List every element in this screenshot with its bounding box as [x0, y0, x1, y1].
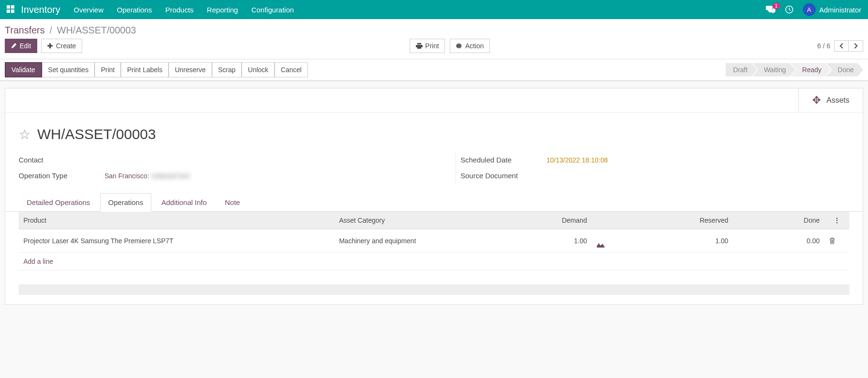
tabs: Detailed Operations Operations Additiona…: [5, 193, 863, 212]
tab-detailed-operations[interactable]: Detailed Operations: [19, 193, 98, 212]
nav-products[interactable]: Products: [165, 6, 193, 14]
cell-asset-category: Machinery and equipment: [334, 229, 508, 253]
scheduled-date-value: 10/13/2022 18:10:08: [547, 156, 608, 164]
add-line[interactable]: Add a line: [19, 253, 849, 270]
breadcrumb: Transfers / WH/ASSET/00003: [0, 19, 868, 37]
assets-smart-button[interactable]: ✥ Assets: [798, 88, 863, 112]
apps-icon[interactable]: [7, 5, 15, 14]
action-button-label: Action: [465, 42, 484, 50]
print-lines-button[interactable]: Print: [95, 62, 121, 77]
unreserve-button[interactable]: Unreserve: [169, 62, 212, 77]
messages-icon[interactable]: 1: [766, 6, 775, 13]
edit-button-label: Edit: [20, 42, 31, 50]
cell-reserved: 1.00: [634, 229, 733, 253]
step-done[interactable]: Done: [826, 63, 863, 76]
print-button-label: Print: [425, 42, 439, 50]
user-name[interactable]: Administrator: [819, 6, 861, 14]
tab-note[interactable]: Note: [217, 193, 248, 212]
messages-badge: 1: [773, 3, 780, 9]
print-icon: [416, 43, 423, 49]
cancel-button[interactable]: Cancel: [275, 62, 308, 77]
activity-icon[interactable]: [785, 5, 794, 14]
operations-table: Product Asset Category Demand Reserved D…: [19, 212, 849, 295]
smart-buttons: ✥ Assets: [5, 88, 863, 113]
forecast-icon[interactable]: [597, 242, 629, 248]
source-document-label: Source Document: [461, 172, 547, 180]
validate-button[interactable]: Validate: [5, 62, 42, 77]
user-avatar[interactable]: A: [803, 3, 815, 16]
nav-overview[interactable]: Overview: [74, 6, 104, 14]
print-button[interactable]: Print: [410, 39, 445, 53]
operation-type-label: Operation Type: [19, 172, 105, 180]
scheduled-date-label: Scheduled Date: [461, 156, 547, 164]
create-button[interactable]: ✚ Create: [41, 39, 82, 53]
column-options-icon[interactable]: ⋮: [834, 216, 840, 224]
form-sheet: ✥ Assets ☆ WH/ASSET/00003 Contact Operat…: [5, 88, 863, 305]
create-button-label: Create: [56, 42, 76, 50]
operation-type-redacted: redacted text: [151, 172, 190, 180]
plus-icon: ✚: [47, 42, 53, 50]
chevron-left-icon: [839, 43, 844, 49]
breadcrumb-current: WH/ASSET/00003: [57, 25, 136, 36]
contact-label: Contact: [19, 156, 105, 164]
assets-label: Assets: [826, 96, 849, 105]
gear-icon: [456, 43, 462, 49]
action-button[interactable]: Action: [450, 39, 490, 53]
col-demand[interactable]: Demand: [509, 212, 592, 229]
set-quantities-button[interactable]: Set quantities: [42, 62, 95, 77]
col-asset-category[interactable]: Asset Category: [334, 212, 508, 229]
nav-operations[interactable]: Operations: [117, 6, 152, 14]
print-labels-button[interactable]: Print Labels: [121, 62, 169, 77]
scrap-button[interactable]: Scrap: [212, 62, 242, 77]
breadcrumb-parent[interactable]: Transfers: [5, 25, 45, 36]
step-draft[interactable]: Draft: [726, 63, 757, 76]
cell-done: 0.00: [733, 229, 824, 253]
status-actions: Validate Set quantities Print Print Labe…: [5, 62, 308, 77]
nav-configuration[interactable]: Configuration: [251, 6, 294, 14]
tab-operations[interactable]: Operations: [100, 193, 151, 212]
statusbar: Validate Set quantities Print Print Labe…: [0, 59, 868, 81]
add-line-row[interactable]: Add a line: [19, 253, 849, 270]
pager-count[interactable]: 6 / 6: [817, 42, 830, 50]
brand-title[interactable]: Inventory: [21, 4, 60, 15]
toolbar: Edit ✚ Create Print Action 6 / 6: [0, 37, 868, 59]
col-done[interactable]: Done: [733, 212, 824, 229]
status-steps: Draft Waiting Ready Done: [726, 63, 863, 76]
pager: [834, 40, 863, 52]
pencil-icon: [11, 43, 17, 49]
edit-button[interactable]: Edit: [5, 39, 37, 53]
trash-icon[interactable]: [829, 238, 845, 244]
move-icon: ✥: [812, 94, 821, 107]
record-title: WH/ASSET/00003: [37, 126, 156, 142]
cell-product: Projector Laser 4K Samsung The Premiere …: [19, 229, 334, 253]
operation-type-value[interactable]: San Francisco:: [105, 172, 149, 180]
cell-demand: 1.00: [509, 229, 592, 253]
control-panel: Transfers / WH/ASSET/00003 Edit ✚ Create…: [0, 19, 868, 81]
unlock-button[interactable]: Unlock: [242, 62, 275, 77]
top-nav: Inventory Overview Operations Products R…: [0, 0, 868, 19]
pager-prev[interactable]: [835, 41, 849, 51]
col-reserved[interactable]: Reserved: [634, 212, 733, 229]
pager-next[interactable]: [849, 41, 863, 51]
step-ready[interactable]: Ready: [791, 63, 831, 76]
step-waiting[interactable]: Waiting: [752, 63, 795, 76]
tab-additional-info[interactable]: Additional Info: [153, 193, 215, 212]
col-product[interactable]: Product: [19, 212, 334, 229]
nav-reporting[interactable]: Reporting: [207, 6, 238, 14]
chevron-right-icon: [854, 43, 858, 49]
table-row[interactable]: Projector Laser 4K Samsung The Premiere …: [19, 229, 849, 253]
star-icon[interactable]: ☆: [19, 127, 31, 142]
breadcrumb-sep: /: [50, 25, 53, 36]
